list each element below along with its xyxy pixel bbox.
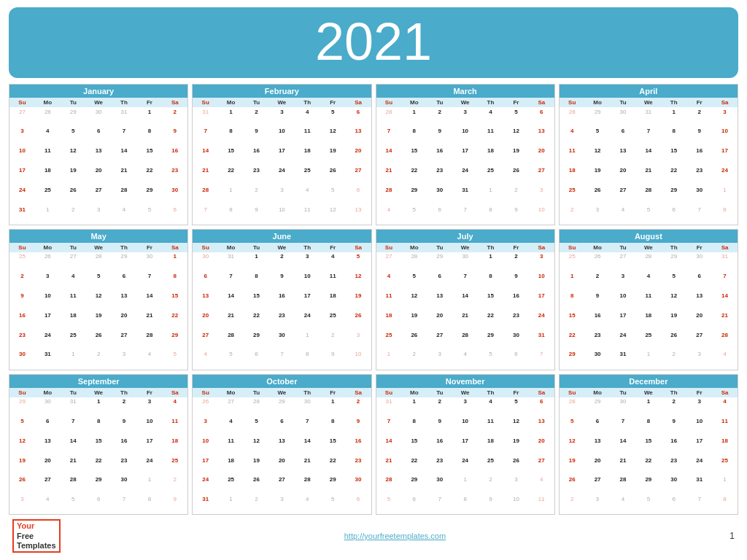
- day-cell[interactable]: 29: [86, 475, 112, 495]
- day-cell[interactable]: 25: [560, 252, 585, 272]
- day-cell[interactable]: 4: [635, 272, 661, 292]
- day-cell[interactable]: 28: [635, 252, 661, 272]
- day-cell[interactable]: 2: [269, 252, 295, 272]
- day-cell[interactable]: 11: [560, 147, 585, 166]
- day-cell[interactable]: 2: [162, 107, 187, 127]
- day-cell[interactable]: 9: [478, 495, 503, 515]
- day-cell[interactable]: 7: [529, 350, 554, 370]
- day-cell[interactable]: 10: [452, 416, 478, 436]
- day-cell[interactable]: 18: [635, 311, 661, 330]
- day-cell[interactable]: 1: [218, 495, 244, 515]
- day-cell[interactable]: 5: [635, 205, 661, 225]
- day-cell[interactable]: 3: [35, 272, 61, 292]
- day-cell[interactable]: 17: [452, 147, 478, 166]
- day-cell[interactable]: 13: [686, 292, 712, 311]
- day-cell[interactable]: 11: [376, 292, 402, 311]
- day-cell[interactable]: 17: [136, 436, 162, 456]
- day-cell[interactable]: 23: [427, 456, 452, 475]
- day-cell[interactable]: 26: [61, 185, 86, 205]
- day-cell[interactable]: 3: [269, 107, 295, 127]
- day-cell[interactable]: 31: [686, 475, 712, 495]
- day-cell[interactable]: 9: [269, 272, 295, 292]
- day-cell[interactable]: 7: [376, 416, 402, 436]
- day-cell[interactable]: 4: [376, 272, 402, 292]
- day-cell[interactable]: 19: [346, 292, 371, 311]
- day-cell[interactable]: 19: [503, 436, 529, 456]
- day-cell[interactable]: 17: [529, 292, 554, 311]
- day-cell[interactable]: 25: [376, 330, 402, 350]
- day-cell[interactable]: 4: [712, 397, 738, 417]
- day-cell[interactable]: 25: [478, 456, 503, 475]
- day-cell[interactable]: 23: [244, 166, 269, 186]
- day-cell[interactable]: 7: [136, 272, 162, 292]
- day-cell[interactable]: 13: [193, 292, 218, 311]
- day-cell[interactable]: 9: [661, 416, 686, 436]
- day-cell[interactable]: 30: [162, 185, 187, 205]
- day-cell[interactable]: 26: [9, 475, 35, 495]
- day-cell[interactable]: 10: [686, 416, 712, 436]
- day-cell[interactable]: 31: [193, 107, 218, 127]
- day-cell[interactable]: 15: [218, 147, 244, 166]
- day-cell[interactable]: 2: [244, 107, 269, 127]
- day-cell[interactable]: 22: [136, 166, 162, 186]
- day-cell[interactable]: 6: [346, 185, 371, 205]
- day-cell[interactable]: 28: [611, 475, 636, 495]
- day-cell[interactable]: 29: [269, 397, 295, 417]
- day-cell[interactable]: 28: [712, 330, 738, 350]
- footer-url[interactable]: http://yourfreetemplates.com: [344, 532, 446, 540]
- day-cell[interactable]: 17: [269, 147, 295, 166]
- day-cell[interactable]: 28: [560, 397, 585, 417]
- day-cell[interactable]: 15: [86, 436, 112, 456]
- day-cell[interactable]: 6: [86, 495, 112, 515]
- day-cell[interactable]: 24: [35, 330, 61, 350]
- day-cell[interactable]: 26: [585, 185, 611, 205]
- day-cell[interactable]: 1: [295, 330, 320, 350]
- day-cell[interactable]: 5: [9, 416, 35, 436]
- day-cell[interactable]: 2: [560, 495, 585, 515]
- day-cell[interactable]: 22: [86, 456, 112, 475]
- day-cell[interactable]: 5: [61, 127, 86, 147]
- day-cell[interactable]: 1: [401, 397, 427, 417]
- day-cell[interactable]: 20: [686, 311, 712, 330]
- day-cell[interactable]: 10: [295, 272, 320, 292]
- day-cell[interactable]: 15: [401, 147, 427, 166]
- day-cell[interactable]: 28: [401, 252, 427, 272]
- day-cell[interactable]: 26: [661, 330, 686, 350]
- day-cell[interactable]: 20: [112, 311, 137, 330]
- day-cell[interactable]: 26: [320, 166, 346, 186]
- day-cell[interactable]: 29: [244, 330, 269, 350]
- day-cell[interactable]: 12: [503, 127, 529, 147]
- day-cell[interactable]: 10: [503, 495, 529, 515]
- day-cell[interactable]: 24: [136, 456, 162, 475]
- day-cell[interactable]: 28: [376, 185, 402, 205]
- day-cell[interactable]: 11: [162, 416, 187, 436]
- day-cell[interactable]: 18: [320, 292, 346, 311]
- day-cell[interactable]: 16: [686, 147, 712, 166]
- day-cell[interactable]: 5: [218, 350, 244, 370]
- day-cell[interactable]: 10: [712, 127, 738, 147]
- day-cell[interactable]: 30: [35, 397, 61, 417]
- day-cell[interactable]: 20: [427, 311, 452, 330]
- day-cell[interactable]: 19: [585, 166, 611, 186]
- day-cell[interactable]: 18: [560, 166, 585, 186]
- day-cell[interactable]: 15: [136, 147, 162, 166]
- day-cell[interactable]: 2: [244, 185, 269, 205]
- day-cell[interactable]: 1: [661, 107, 686, 127]
- day-cell[interactable]: 27: [686, 330, 712, 350]
- day-cell[interactable]: 29: [112, 252, 137, 272]
- day-cell[interactable]: 18: [295, 147, 320, 166]
- day-cell[interactable]: 18: [376, 311, 402, 330]
- day-cell[interactable]: 25: [61, 330, 86, 350]
- day-cell[interactable]: 21: [218, 311, 244, 330]
- day-cell[interactable]: 13: [112, 292, 137, 311]
- day-cell[interactable]: 16: [427, 436, 452, 456]
- day-cell[interactable]: 5: [346, 252, 371, 272]
- day-cell[interactable]: 9: [244, 205, 269, 225]
- day-cell[interactable]: 21: [376, 456, 402, 475]
- day-cell[interactable]: 6: [503, 350, 529, 370]
- day-cell[interactable]: 3: [193, 416, 218, 436]
- day-cell[interactable]: 1: [635, 397, 661, 417]
- day-cell[interactable]: 3: [112, 350, 137, 370]
- day-cell[interactable]: 3: [427, 350, 452, 370]
- day-cell[interactable]: 30: [193, 252, 218, 272]
